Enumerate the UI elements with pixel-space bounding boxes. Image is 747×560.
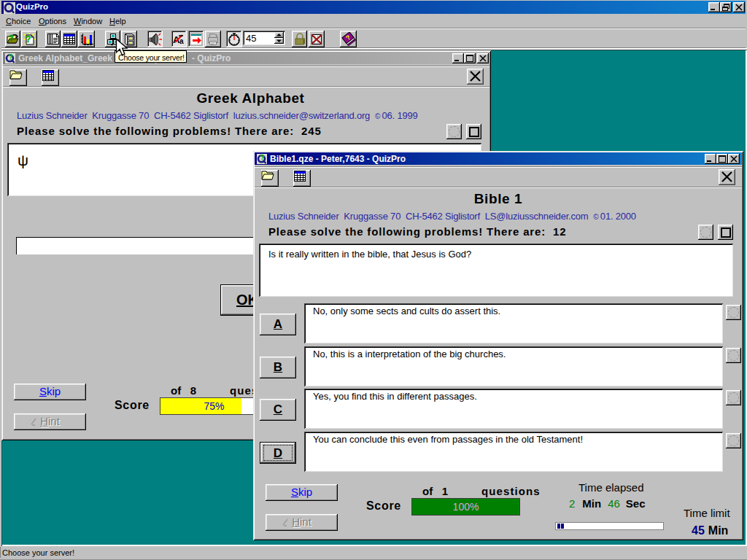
svg-text:?: ? xyxy=(8,53,12,61)
svg-text:?: ? xyxy=(26,34,31,44)
svg-text:?: ? xyxy=(9,34,14,42)
svg-text:?: ? xyxy=(260,154,264,162)
svg-text:a: a xyxy=(179,37,184,45)
